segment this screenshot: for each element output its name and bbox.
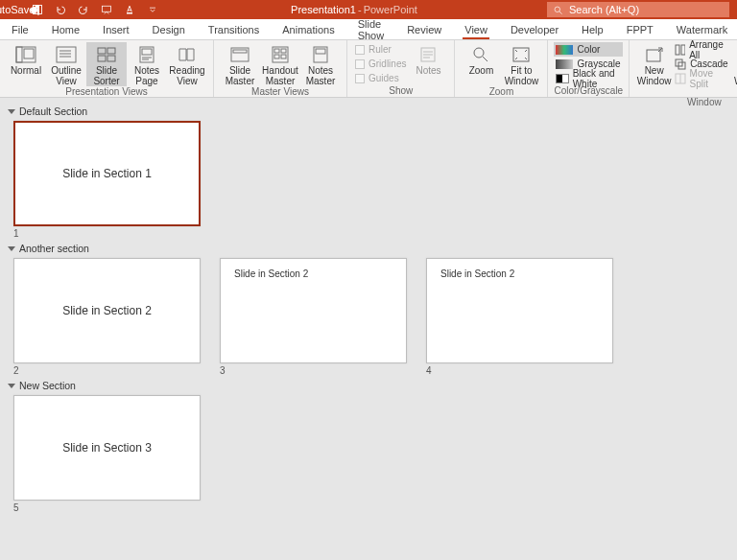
- start-from-beginning-button[interactable]: [98, 1, 115, 18]
- grayscale-icon: [556, 59, 573, 69]
- tab-animations[interactable]: Animations: [271, 19, 345, 39]
- svg-rect-7: [16, 47, 22, 62]
- arrange-all-button[interactable]: Arrange All: [673, 42, 734, 57]
- handout-master-button[interactable]: Handout Master: [260, 42, 300, 86]
- tab-help[interactable]: Help: [570, 19, 615, 39]
- move-split-button[interactable]: Move Split: [673, 71, 734, 85]
- ruler-check[interactable]: Ruler: [353, 42, 408, 57]
- notes-master-icon: [310, 46, 331, 63]
- color-button[interactable]: Color: [554, 42, 623, 57]
- ribbon: Normal Outline View Slide Sorter Notes P…: [0, 40, 737, 98]
- cascade-icon: [675, 58, 686, 70]
- qat-customize-button[interactable]: [144, 1, 161, 18]
- tab-slideshow[interactable]: Slide Show: [346, 19, 396, 39]
- doc-name: Presentation1: [291, 4, 356, 15]
- outline-view-button[interactable]: Outline View: [46, 42, 86, 86]
- fit-to-window-button[interactable]: Fit to Window: [501, 42, 541, 86]
- collapse-icon: [8, 109, 15, 114]
- slide-master-button[interactable]: Slide Master: [220, 42, 260, 86]
- group-presentation-views: Normal Outline View Slide Sorter Notes P…: [0, 40, 214, 97]
- slide-sorter-button[interactable]: Slide Sorter: [86, 42, 127, 86]
- search-placeholder: Search (Alt+Q): [569, 4, 639, 15]
- normal-view-icon: [15, 46, 36, 63]
- slide-thumbnail[interactable]: Slide in Section 2: [13, 258, 201, 363]
- font-color-button[interactable]: [121, 1, 138, 18]
- svg-rect-4: [150, 8, 155, 9]
- group-master-views: Slide Master Handout Master Notes Master…: [214, 40, 347, 97]
- zoom-icon: [471, 45, 490, 64]
- new-window-button[interactable]: New Window: [635, 42, 673, 86]
- font-color-icon: [124, 4, 135, 15]
- tab-design[interactable]: Design: [141, 19, 197, 39]
- reading-view-button[interactable]: Reading View: [167, 42, 207, 86]
- section-header[interactable]: Another section: [8, 243, 729, 254]
- undo-button[interactable]: [52, 1, 69, 18]
- notes-page-button[interactable]: Notes Page: [127, 42, 167, 86]
- svg-rect-2: [103, 6, 111, 12]
- window-title: Presentation1 - PowerPoint: [161, 4, 547, 15]
- notes-icon: [418, 46, 438, 63]
- notes-page-icon: [136, 46, 157, 63]
- notes-master-button[interactable]: Notes Master: [300, 42, 341, 86]
- new-window-icon: [645, 46, 664, 63]
- slide-thumbnail[interactable]: Slide in Section 2: [220, 258, 407, 363]
- svg-point-5: [555, 7, 560, 12]
- app-name: PowerPoint: [364, 4, 417, 15]
- title-bar: AutoSave Presentation1 - PowerPoint Sear…: [0, 0, 737, 19]
- gridlines-check[interactable]: Gridlines: [353, 57, 408, 71]
- quick-access-toolbar: AutoSave: [0, 1, 161, 18]
- tab-review[interactable]: Review: [395, 19, 453, 39]
- group-color-grayscale: Color Grayscale Black and White Color/Gr…: [548, 40, 630, 97]
- color-icon: [556, 45, 573, 55]
- svg-rect-13: [107, 56, 115, 61]
- svg-rect-22: [281, 55, 286, 58]
- slide-thumbnail[interactable]: Slide in Section 3: [13, 395, 201, 501]
- tab-view[interactable]: View: [453, 19, 499, 39]
- svg-rect-29: [676, 45, 679, 55]
- slide-number: 3: [220, 365, 407, 376]
- svg-rect-15: [142, 49, 152, 55]
- guides-check[interactable]: Guides: [353, 71, 408, 85]
- svg-rect-17: [233, 50, 247, 53]
- tab-insert[interactable]: Insert: [91, 19, 141, 39]
- black-white-button[interactable]: Black and White: [554, 71, 623, 85]
- notes-button[interactable]: Notes: [408, 42, 448, 76]
- svg-rect-11: [107, 48, 115, 54]
- outline-view-icon: [56, 46, 77, 63]
- move-split-icon: [675, 73, 685, 84]
- svg-rect-9: [57, 47, 76, 62]
- checkbox-icon: [355, 59, 365, 69]
- redo-icon: [78, 4, 89, 15]
- svg-point-26: [474, 48, 484, 58]
- svg-rect-30: [681, 45, 685, 55]
- redo-button[interactable]: [75, 1, 92, 18]
- arrange-icon: [675, 44, 685, 56]
- tab-watermark[interactable]: Watermark: [665, 19, 737, 39]
- slide-number: 2: [13, 365, 201, 376]
- normal-view-button[interactable]: Normal: [6, 42, 46, 76]
- zoom-button[interactable]: Zoom: [461, 42, 501, 76]
- svg-rect-21: [274, 55, 279, 58]
- tab-transitions[interactable]: Transitions: [197, 19, 271, 39]
- fit-window-icon: [511, 46, 531, 63]
- slide-thumbnail[interactable]: Slide in Section 2: [426, 258, 613, 363]
- collapse-icon: [8, 384, 15, 388]
- chevron-down-icon: [147, 4, 158, 15]
- tab-fppt[interactable]: FPPT: [615, 19, 665, 39]
- autosave-toggle[interactable]: AutoSave: [6, 1, 23, 18]
- section-header[interactable]: New Section: [8, 380, 729, 391]
- slide-sorter-panel: Default Section Slide in Section 1 1 Ano…: [0, 98, 737, 523]
- tab-file[interactable]: File: [0, 19, 40, 39]
- search-input[interactable]: Search (Alt+Q): [547, 2, 729, 17]
- svg-rect-3: [127, 12, 132, 14]
- slide-master-icon: [229, 46, 250, 63]
- tab-home[interactable]: Home: [40, 19, 91, 39]
- svg-rect-8: [24, 49, 34, 58]
- slide-thumbnail[interactable]: Slide in Section 1: [13, 121, 201, 226]
- search-icon: [553, 5, 563, 15]
- svg-rect-10: [98, 48, 106, 54]
- tab-developer[interactable]: Developer: [499, 19, 570, 39]
- slide-number: 5: [13, 502, 201, 513]
- svg-rect-19: [274, 49, 279, 53]
- section-header[interactable]: Default Section: [8, 105, 729, 117]
